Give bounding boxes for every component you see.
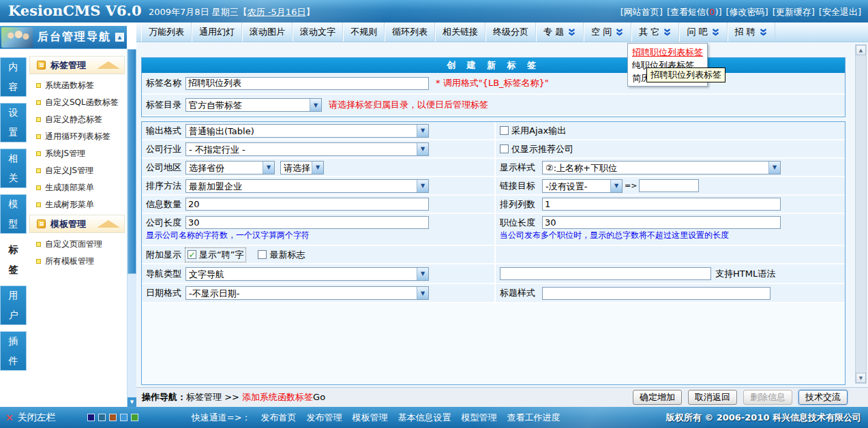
palette-square[interactable]	[131, 414, 138, 421]
tab-special-topic[interactable]: 专 题	[536, 22, 584, 42]
theme-palette	[87, 414, 138, 421]
sidebar: 后台管理导航 ▲ ▼ 内容 设置 相关 模型 标签 用户 插件 标签管理 系统函…	[0, 26, 136, 407]
quick-link-basic-info[interactable]: 基本信息设置	[398, 412, 451, 424]
site-home-link[interactable]: [网站首页]	[620, 6, 663, 18]
collapse-up-icon[interactable]: ▲	[115, 33, 124, 42]
bullet-square-icon	[36, 202, 41, 207]
menu-item-custom-js[interactable]: 自定义JS管理	[27, 162, 127, 179]
industry-select[interactable]: - 不指定行业 -▼	[185, 142, 429, 156]
menu-item-tree-menu[interactable]: 生成树形菜单	[27, 196, 127, 213]
menu-item-custom-sql-tags[interactable]: 自定义SQL函数标签	[27, 94, 127, 111]
bullet-square-icon	[36, 151, 41, 156]
rail-tab-model[interactable]: 模型	[0, 194, 27, 234]
dropdown-arrow-icon: ▼	[312, 162, 323, 174]
province-select[interactable]: 选择省份▼	[185, 161, 275, 174]
tab-scroll-text[interactable]: 滚动文字	[293, 22, 343, 42]
chevron-down-double-icon	[711, 28, 720, 37]
tab-slideshow[interactable]: 通用幻灯	[192, 22, 242, 42]
tag-name-input[interactable]	[185, 77, 429, 90]
city-select[interactable]: 请选择▼	[280, 161, 324, 174]
lunar-date-link[interactable]: 农历 -5月16日	[248, 7, 306, 17]
menu-item-system-js[interactable]: 系统JS管理	[27, 145, 127, 162]
tab-other[interactable]: 其 它	[631, 22, 679, 42]
position-length-input[interactable]	[542, 216, 781, 229]
sidebar-scroll-thumb[interactable]	[128, 49, 136, 274]
tab-scroll-image[interactable]: 滚动图片	[242, 22, 293, 42]
tab-recruit[interactable]: 招 聘	[728, 22, 775, 42]
palette-square[interactable]	[98, 414, 106, 421]
section-collapse-icon	[97, 61, 120, 69]
tag-directory-select[interactable]: 官方自带标签▼	[185, 98, 322, 112]
quick-link-publish-home[interactable]: 发布首页	[261, 412, 297, 424]
tab-irregular[interactable]: 不规则	[343, 22, 385, 42]
quick-link-model-manage[interactable]: 模型管理	[462, 412, 497, 424]
section-template-management[interactable]: 模板管理	[29, 215, 125, 233]
recommend-only-checkbox[interactable]: 仅显示推荐公司	[500, 143, 573, 155]
logout-link[interactable]: [安全退出]	[819, 6, 861, 18]
tab-related-links[interactable]: 相关链接	[435, 22, 485, 42]
tab-universal-list[interactable]: 万能列表	[141, 22, 192, 42]
quick-link-work-progress[interactable]: 查看工作进度	[507, 412, 560, 424]
palette-square[interactable]	[109, 414, 117, 421]
company-length-input[interactable]	[185, 216, 429, 229]
ajax-output-checkbox[interactable]: 采用Ajax输出	[500, 125, 566, 137]
menu-item-custom-pages[interactable]: 自定义页面管理	[27, 236, 127, 253]
breadcrumb-path[interactable]: 标签管理	[186, 392, 222, 402]
bullet-square-icon	[36, 117, 41, 122]
link-target-input[interactable]	[639, 179, 699, 192]
rail-tab-settings[interactable]: 设置	[0, 103, 27, 142]
confirm-add-button[interactable]: 确定增加	[633, 390, 682, 405]
menu-item-loop-list-tags[interactable]: 通用循环列表标签	[27, 128, 127, 145]
link-target-select[interactable]: -没有设置-▼	[542, 179, 623, 193]
quick-link-publish-manage[interactable]: 发布管理	[307, 412, 342, 424]
close-left-panel[interactable]: ✕ 关闭左栏	[5, 412, 56, 424]
scroll-down-icon[interactable]: ▼	[856, 373, 866, 383]
html-input[interactable]	[500, 267, 711, 280]
show-pin-checkbox[interactable]: 显示“聘”字	[185, 248, 245, 262]
tab-final-paging[interactable]: 终级分页	[485, 22, 536, 42]
scroll-up-icon[interactable]: ▲	[856, 45, 866, 55]
menu-item-custom-static-tags[interactable]: 自定义静态标签	[27, 111, 127, 128]
checkbox-checked-icon[interactable]	[188, 250, 196, 259]
dropdown-arrow-icon: ▼	[768, 162, 780, 174]
breadcrumb-go[interactable]: Go	[313, 392, 325, 402]
content-scrollbar[interactable]: ▲ ▼	[855, 44, 867, 384]
menu-item-recruit-position-list[interactable]: 招聘职位列表标签	[628, 46, 707, 59]
refresh-cache-link[interactable]: [更新缓存]	[773, 6, 815, 18]
new-flag-checkbox[interactable]: 最新标志	[258, 249, 305, 261]
menu-item-top-menu[interactable]: 生成顶部菜单	[27, 179, 127, 196]
checkbox-icon[interactable]	[500, 144, 509, 153]
tab-loop-list[interactable]: 循环列表	[385, 22, 435, 42]
display-style-select[interactable]: ②:上名称+下职位▼	[542, 161, 781, 174]
quick-link-template-manage[interactable]: 模板管理	[353, 412, 388, 424]
section-tag-management[interactable]: 标签管理	[29, 56, 125, 74]
checkbox-icon[interactable]	[500, 126, 509, 135]
tab-ask[interactable]: 问 吧	[679, 22, 727, 42]
sidebar-scrollbar[interactable]: ▼	[127, 49, 136, 407]
rail-tab-users[interactable]: 用户	[0, 286, 27, 325]
rail-tab-tags[interactable]: 标签	[0, 240, 27, 279]
view-sms-link[interactable]: [查看短信(0)]	[667, 6, 722, 18]
nav-type-select[interactable]: 文字导航▼	[185, 267, 429, 281]
tab-space[interactable]: 空 间	[584, 22, 631, 42]
breadcrumb-action-link[interactable]: 添加系统函数标签	[242, 392, 313, 402]
rail-tab-related[interactable]: 相关	[0, 149, 27, 188]
scroll-down-icon[interactable]: ▼	[128, 397, 136, 407]
menu-item-system-function-tags[interactable]: 系统函数标签	[27, 77, 127, 94]
tech-support-button[interactable]: 技术交流	[798, 390, 848, 405]
title-style-input[interactable]	[542, 287, 770, 300]
info-count-input[interactable]	[185, 198, 429, 211]
palette-square[interactable]	[120, 414, 128, 421]
output-format-select[interactable]: 普通输出(Table)▼	[185, 124, 429, 138]
sort-method-select[interactable]: 最新加盟企业▼	[185, 179, 429, 193]
checkbox-icon[interactable]	[258, 250, 267, 259]
date-format-select[interactable]: -不显示日期-▼	[185, 286, 429, 300]
rail-tab-plugins[interactable]: 插件	[0, 331, 27, 371]
menu-item-all-templates[interactable]: 所有模板管理	[27, 253, 127, 270]
cancel-return-button[interactable]: 取消返回	[688, 390, 737, 405]
change-password-link[interactable]: [修改密码]	[726, 6, 768, 18]
palette-square[interactable]	[87, 414, 95, 421]
columns-input[interactable]	[542, 198, 781, 211]
rail-tab-content[interactable]: 内容	[0, 57, 27, 97]
chevron-down-double-icon	[567, 28, 576, 37]
